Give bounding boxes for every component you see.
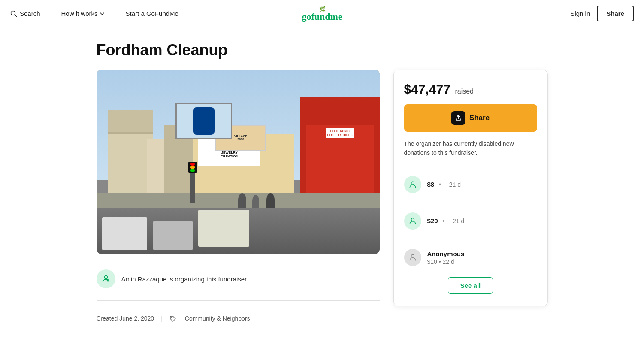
meta-pipe: | (161, 315, 163, 322)
svg-point-2 (104, 276, 107, 279)
campaign-left: ELECTRONICOUTLET STORES GEORGEJEWELRYCRE… (97, 70, 380, 329)
donor-divider-1 (404, 166, 537, 166)
logo-wordmark: gofundme (302, 12, 342, 21)
how-it-works-label: How it works (61, 10, 98, 17)
campaign-title: Fordham Cleanup (97, 41, 548, 59)
search-label: Search (20, 10, 40, 17)
svg-line-1 (15, 15, 17, 16)
disabled-notice: The organizer has currently disabled new… (404, 139, 537, 157)
donor-row-3: Anonymous $10 • 22 d (404, 245, 537, 270)
share-button-label: Share (469, 114, 490, 122)
organizer-text: Amin Razzaque is organizing this fundrai… (121, 275, 248, 283)
svg-point-6 (411, 182, 414, 185)
donor-person-icon-2 (408, 217, 417, 225)
donor-amount-2: $20 (427, 217, 438, 224)
nav-left: Search How it works Start a GoFundMe (10, 9, 178, 19)
nav-right: Sign in Share (570, 6, 634, 21)
city-scene-bg: ELECTRONICOUTLET STORES GEORGEJEWELRYCRE… (97, 70, 380, 254)
chevron-down-icon (100, 11, 105, 16)
donor-divider-3 (404, 239, 537, 239)
campaign-image: ELECTRONICOUTLET STORES GEORGEJEWELRYCRE… (97, 70, 380, 254)
navbar: Search How it works Start a GoFundMe 🌿 g… (0, 0, 644, 27)
category-label: Community & Neighbors (185, 315, 250, 322)
main-content: Fordham Cleanup ELECTRONICOUTLET STORES (86, 27, 558, 343)
donor-avatar-1 (404, 176, 421, 193)
campaign-right: $47,477 raised Share The organizer has c… (393, 70, 548, 306)
donor-person-icon-1 (408, 180, 417, 189)
logo[interactable]: 🌿 gofundme (302, 6, 342, 21)
donor-avatar-3 (404, 249, 421, 266)
meta-row: Created June 2, 2020 | Community & Neigh… (97, 308, 380, 329)
donor-divider-2 (404, 203, 537, 203)
donor-person-icon-3 (408, 253, 417, 262)
share-button-main[interactable]: Share (404, 104, 537, 132)
donor-sub-3: $10 • 22 d (427, 258, 537, 265)
person-icon: + (101, 274, 111, 284)
donor-time-2: 21 d (453, 218, 464, 224)
donor-name-3: Anonymous (427, 250, 537, 257)
donor-time-1: 21 d (449, 181, 461, 188)
nav-divider-1 (51, 9, 51, 19)
how-it-works-button[interactable]: How it works (61, 10, 105, 17)
nav-divider-2 (115, 9, 115, 19)
svg-point-5 (171, 317, 172, 318)
donor-row: $8 • 21 d (404, 172, 537, 197)
signin-button[interactable]: Sign in (570, 10, 590, 17)
donation-card: $47,477 raised Share The organizer has c… (393, 70, 548, 306)
divider-1 (97, 300, 380, 301)
organizer-row: + Amin Razzaque is organizing this fundr… (97, 264, 380, 293)
donor-amount-1: $8 (427, 181, 435, 188)
amount-raised-row: $47,477 raised (404, 82, 537, 97)
svg-point-8 (411, 254, 414, 257)
campaign-body: ELECTRONICOUTLET STORES GEORGEJEWELRYCRE… (97, 70, 548, 329)
svg-point-7 (411, 218, 414, 221)
organizer-avatar: + (97, 269, 115, 288)
created-label: Created June 2, 2020 (97, 315, 154, 322)
amount-number: $47,477 (404, 82, 450, 96)
svg-text:+: + (107, 279, 109, 282)
nav-share-button[interactable]: Share (597, 6, 634, 21)
search-button[interactable]: Search (10, 10, 40, 17)
donor-info-3: Anonymous $10 • 22 d (427, 250, 537, 265)
see-all-button[interactable]: See all (448, 277, 493, 294)
start-gofundme-link[interactable]: Start a GoFundMe (126, 10, 178, 17)
donor-row-2: $20 • 21 d (404, 208, 537, 234)
raised-label: raised (455, 88, 474, 95)
donor-info-1: $8 • 21 d (427, 181, 537, 188)
share-icon-box (451, 111, 465, 125)
search-icon (10, 10, 17, 17)
donor-info-2: $20 • 21 d (427, 217, 537, 225)
tag-icon (169, 315, 176, 322)
upload-icon (455, 115, 462, 121)
donor-avatar-2 (404, 212, 421, 230)
